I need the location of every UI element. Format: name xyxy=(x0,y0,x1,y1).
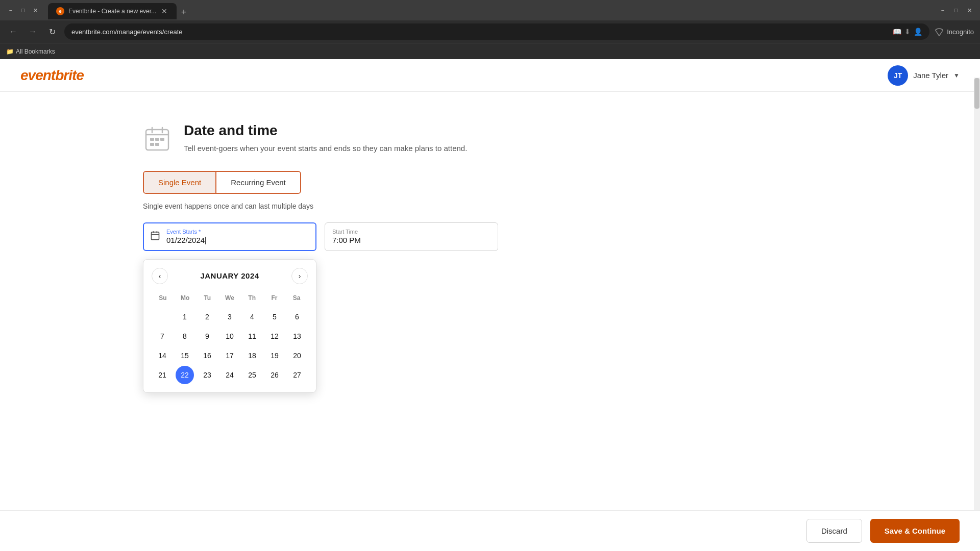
save-continue-button[interactable]: Save & Continue xyxy=(870,519,960,543)
cal-day-18[interactable]: 18 xyxy=(243,346,261,365)
event-type-tabs: Single Event Recurring Event xyxy=(143,171,301,194)
cal-day-10[interactable]: 10 xyxy=(220,327,239,345)
tab-title: Eventbrite - Create a new ever... xyxy=(68,8,156,15)
section-calendar-icon xyxy=(143,124,172,153)
cal-day-4[interactable]: 4 xyxy=(243,308,261,326)
cal-day-22-selected[interactable]: 22 xyxy=(176,366,194,384)
cal-day-24[interactable]: 24 xyxy=(220,366,239,384)
cal-day-6[interactable]: 6 xyxy=(288,308,306,326)
weekday-fr: Fr xyxy=(263,292,286,304)
calendar-prev-button[interactable]: ‹ xyxy=(152,268,168,284)
incognito-label: Incognito xyxy=(947,28,974,36)
url-bar[interactable]: eventbrite.com/manage/events/create 📖 ⬇ … xyxy=(64,23,929,40)
tab-recurring-event[interactable]: Recurring Event xyxy=(216,172,300,193)
cal-day-27[interactable]: 27 xyxy=(288,366,306,384)
section-title: Date and time xyxy=(184,122,467,139)
calendar-month-year: JANUARY 2024 xyxy=(200,271,259,280)
profile-icon: 👤 xyxy=(914,28,922,36)
incognito-badge: Incognito xyxy=(935,27,974,36)
back-button[interactable]: ← xyxy=(6,24,20,39)
cal-day-8[interactable]: 8 xyxy=(176,327,194,345)
section-description: Tell event-goers when your event starts … xyxy=(184,143,467,155)
reading-mode-icon: 📖 xyxy=(893,28,901,36)
svg-rect-7 xyxy=(150,143,154,146)
calendar-grid: Su Mo Tu We Th Fr Sa 1 2 3 4 5 6 xyxy=(152,292,308,384)
main-content: Date and time Tell event-goers when your… xyxy=(0,92,561,423)
weekday-su: Su xyxy=(152,292,174,304)
section-header: Date and time Tell event-goers when your… xyxy=(143,122,561,155)
minimize-button[interactable]: − xyxy=(6,6,15,15)
event-starts-label: Event Starts * xyxy=(166,229,308,235)
user-menu[interactable]: JT Jane Tyler ▼ xyxy=(888,65,960,86)
bookmarks-label: All Bookmarks xyxy=(16,48,55,55)
app-header: eventbrite JT Jane Tyler ▼ xyxy=(0,59,980,92)
svg-rect-8 xyxy=(155,143,159,146)
window-minimize[interactable]: − xyxy=(938,6,947,15)
cal-day-5[interactable]: 5 xyxy=(265,308,284,326)
cal-day-17[interactable]: 17 xyxy=(220,346,239,365)
section-text: Date and time Tell event-goers when your… xyxy=(184,122,467,155)
weekday-tu: Tu xyxy=(196,292,218,304)
refresh-button[interactable]: ↻ xyxy=(45,24,59,39)
event-starts-field[interactable]: Event Starts * 01/22/2024 xyxy=(143,222,316,251)
cal-day-12[interactable]: 12 xyxy=(265,327,284,345)
user-avatar: JT xyxy=(888,65,908,86)
footer-actions: Discard Save & Continue xyxy=(0,510,980,551)
discard-button[interactable]: Discard xyxy=(806,519,862,543)
weekday-sa: Sa xyxy=(285,292,308,304)
bookmarks-bar: 📁 All Bookmarks xyxy=(0,43,980,59)
maximize-button[interactable]: □ xyxy=(18,6,28,15)
cal-day-14[interactable]: 14 xyxy=(153,346,172,365)
tab-single-event[interactable]: Single Event xyxy=(144,172,216,193)
folder-icon: 📁 xyxy=(6,48,14,55)
calendar-days: 1 2 3 4 5 6 7 8 9 10 11 12 13 14 15 xyxy=(152,308,308,384)
weekday-we: We xyxy=(218,292,241,304)
event-starts-wrapper: Event Starts * 01/22/2024 xyxy=(143,222,316,251)
start-time-field[interactable]: Start Time 7:00 PM xyxy=(325,222,498,251)
new-tab-button[interactable]: + xyxy=(177,5,191,19)
event-starts-value: 01/22/2024 xyxy=(166,236,308,245)
cal-day-empty-1 xyxy=(153,308,172,326)
cal-day-25[interactable]: 25 xyxy=(243,366,261,384)
cal-day-1[interactable]: 1 xyxy=(176,308,194,326)
calendar-next-button[interactable]: › xyxy=(291,268,308,284)
cal-day-11[interactable]: 11 xyxy=(243,327,261,345)
cal-day-13[interactable]: 13 xyxy=(288,327,306,345)
cal-day-2[interactable]: 2 xyxy=(198,308,216,326)
browser-titlebar: − □ ✕ e Eventbrite - Create a new ever..… xyxy=(0,0,980,20)
cal-day-21[interactable]: 21 xyxy=(153,366,172,384)
active-tab[interactable]: e Eventbrite - Create a new ever... ✕ xyxy=(48,3,177,19)
forward-button[interactable]: → xyxy=(26,24,40,39)
browser-chrome: − □ ✕ e Eventbrite - Create a new ever..… xyxy=(0,0,980,59)
cal-day-7[interactable]: 7 xyxy=(153,327,172,345)
scrollbar-thumb[interactable] xyxy=(974,78,979,109)
calendar-header: ‹ JANUARY 2024 › xyxy=(152,268,308,284)
window-close[interactable]: ✕ xyxy=(965,6,974,15)
address-bar: ← → ↻ eventbrite.com/manage/events/creat… xyxy=(0,20,980,43)
cal-day-19[interactable]: 19 xyxy=(265,346,284,365)
bookmarks-folder[interactable]: 📁 All Bookmarks xyxy=(6,48,55,55)
start-time-label: Start Time xyxy=(332,229,491,235)
svg-rect-6 xyxy=(160,138,164,141)
user-name: Jane Tyler xyxy=(913,71,948,80)
close-button[interactable]: ✕ xyxy=(31,6,40,15)
cal-day-23[interactable]: 23 xyxy=(198,366,216,384)
cal-day-26[interactable]: 26 xyxy=(265,366,284,384)
weekday-mo: Mo xyxy=(174,292,197,304)
tab-close-button[interactable]: ✕ xyxy=(160,6,168,16)
start-time-value: 7:00 PM xyxy=(332,236,491,244)
scrollbar[interactable] xyxy=(974,78,980,551)
event-type-description: Single event happens once and can last m… xyxy=(143,202,561,210)
cal-day-15[interactable]: 15 xyxy=(176,346,194,365)
window-restore[interactable]: □ xyxy=(951,6,961,15)
cal-day-16[interactable]: 16 xyxy=(198,346,216,365)
svg-rect-9 xyxy=(152,232,159,239)
cal-day-20[interactable]: 20 xyxy=(288,346,306,365)
tab-bar: e Eventbrite - Create a new ever... ✕ + xyxy=(44,1,930,19)
cal-day-9[interactable]: 9 xyxy=(198,327,216,345)
form-row-dates: Event Starts * 01/22/2024 Start Time 7:0… xyxy=(143,222,561,251)
chevron-down-icon: ▼ xyxy=(953,72,960,79)
app-content: eventbrite JT Jane Tyler ▼ xyxy=(0,59,980,533)
browser-window-controls: − □ ✕ xyxy=(6,6,40,15)
cal-day-3[interactable]: 3 xyxy=(220,308,239,326)
